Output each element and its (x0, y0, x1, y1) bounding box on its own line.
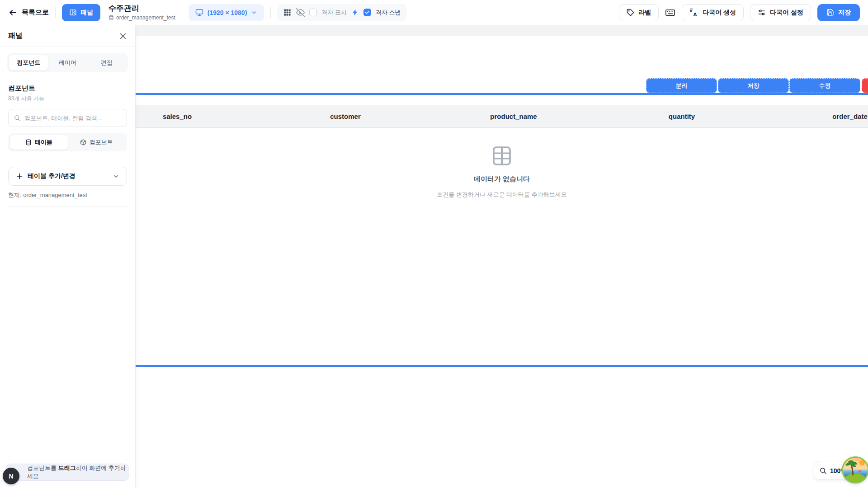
side-panel: 패널 컴포넌트 레이어 편집 컴포넌트 83개 사용 가능 테이블 (0, 25, 136, 488)
toolbar-divider (182, 7, 182, 19)
tab-components[interactable]: 컴포넌트 (9, 55, 48, 70)
back-arrow-icon (8, 8, 17, 17)
source-tab-table-label: 테이블 (35, 138, 52, 146)
component-search-box[interactable] (8, 109, 127, 127)
empty-state-title: 데이터가 없습니다 (366, 175, 637, 183)
selection-border-bottom (93, 365, 868, 367)
database-icon (25, 139, 32, 145)
current-table-label: 현재: order_management_test (8, 191, 127, 199)
tab-layers[interactable]: 레이어 (48, 55, 87, 70)
table-action-danger-button[interactable] (862, 78, 868, 93)
eye-off-icon (296, 8, 305, 17)
table-name-label: order_management_test (116, 14, 175, 21)
tag-icon (627, 9, 634, 16)
plus-icon (16, 173, 23, 180)
add-change-table-button[interactable]: 테이블 추가/변경 (8, 167, 127, 186)
grid-show-label: 격자 표시 (321, 9, 347, 17)
table-action-save-button[interactable]: 저장 (718, 78, 789, 93)
components-section-title: 컴포넌트 (8, 84, 127, 93)
monitor-icon (195, 9, 203, 17)
lightning-icon (351, 9, 359, 16)
column-header: order_date (766, 105, 868, 127)
label-button-text: 라벨 (638, 9, 651, 17)
save-button[interactable]: 저장 (817, 4, 860, 21)
keyboard-shortcuts-button[interactable] (665, 7, 675, 18)
title-block: 수주관리 order_management_test (108, 4, 175, 20)
top-toolbar: 목록으로 패널 수주관리 order_management_test (1920… (0, 0, 868, 25)
grid-show-checkbox[interactable] (309, 9, 317, 16)
close-icon[interactable] (119, 32, 127, 40)
source-tab-table[interactable]: 테이블 (10, 135, 68, 150)
search-icon (14, 115, 21, 122)
i18n-settings-button[interactable]: 다국어 설정 (750, 4, 811, 21)
table-header-row[interactable]: sales_no customer product_name quantity … (93, 105, 868, 128)
grid-controls-group: 격자 표시 격자 스냅 (277, 4, 406, 21)
grid-snap-checkbox[interactable] (363, 9, 371, 16)
source-toggle: 테이블 컴포넌트 (8, 133, 127, 151)
label-button[interactable]: 라벨 (619, 4, 659, 21)
keyboard-icon (665, 7, 675, 18)
chevron-down-icon (251, 9, 257, 16)
i18n-generate-text: 다국어 생성 (703, 9, 736, 17)
chevron-down-icon (113, 173, 119, 180)
column-header: quantity (598, 105, 766, 127)
components-count: 83개 사용 가능 (8, 95, 127, 103)
panel-header: 패널 (0, 25, 135, 47)
save-icon (826, 9, 834, 16)
magnifier-icon (820, 467, 827, 474)
tab-edit[interactable]: 편집 (87, 55, 126, 70)
i18n-generate-button[interactable]: xA 다국어 생성 (682, 4, 744, 21)
grid-icon (283, 8, 292, 17)
back-to-list-button[interactable]: 목록으로 (8, 8, 49, 17)
box-icon (80, 139, 86, 145)
hint-text-bold: 드래그 (58, 465, 76, 471)
add-change-table-label: 테이블 추가/변경 (28, 172, 108, 180)
empty-table-icon (492, 146, 511, 166)
toolbar-left-group: 목록으로 패널 수주관리 order_management_test (1920… (8, 4, 407, 21)
panel-left-icon (69, 9, 77, 16)
hint-text-prefix: 컴포넌트를 (27, 465, 58, 471)
source-tab-component-label: 컴포넌트 (90, 138, 113, 146)
toolbar-divider (55, 7, 56, 19)
sliders-icon (758, 9, 766, 17)
user-avatar[interactable] (842, 456, 868, 483)
page-title: 수주관리 (108, 4, 175, 13)
toolbar-right-group: 라벨 xA 다국어 생성 다국어 설정 저장 (619, 4, 860, 21)
empty-state-subtitle: 조건을 변경하거나 새로운 데이터를 추가해보세요 (366, 191, 637, 199)
save-button-text: 저장 (838, 9, 851, 17)
panel-toggle-button[interactable]: 패널 (62, 4, 100, 21)
component-search-input[interactable] (24, 115, 121, 122)
database-icon (108, 15, 114, 20)
translate-icon: xA (689, 8, 698, 17)
collaborator-cursor-badge: N (3, 468, 19, 484)
resolution-selector[interactable]: (868 × 488) (189, 4, 264, 21)
panel-toggle-label: 패널 (80, 9, 93, 17)
source-tab-component[interactable]: 컴포넌트 (68, 135, 126, 150)
column-header: product_name (429, 105, 598, 127)
panel-title: 패널 (8, 31, 23, 41)
back-to-list-label: 목록으로 (22, 8, 49, 17)
svg-text:A: A (693, 11, 698, 17)
table-empty-state: 데이터가 없습니다 조건을 변경하거나 새로운 데이터를 추가해보세요 (366, 146, 637, 199)
table-action-edit-button[interactable]: 수정 (789, 78, 860, 93)
page-subtitle: order_management_test (108, 14, 175, 21)
i18n-settings-text: 다국어 설정 (770, 9, 803, 17)
resolution-value: (868 × 488) (208, 9, 247, 16)
grid-snap-label: 격자 스냅 (376, 9, 401, 17)
selection-border-top (93, 93, 868, 95)
drag-hint-toast: 컴포넌트를 드래그하여 화면에 추가하세요 (6, 464, 129, 481)
toolbar-divider (270, 7, 271, 19)
column-header: customer (261, 105, 429, 127)
panel-tab-bar: 컴포넌트 레이어 편집 (7, 53, 128, 72)
panel-body: 컴포넌트 83개 사용 가능 테이블 컴포넌트 (0, 84, 135, 207)
table-action-split-button[interactable]: 분리 (646, 78, 717, 93)
panel-divider (8, 206, 127, 207)
svg-text:x: x (690, 9, 693, 13)
